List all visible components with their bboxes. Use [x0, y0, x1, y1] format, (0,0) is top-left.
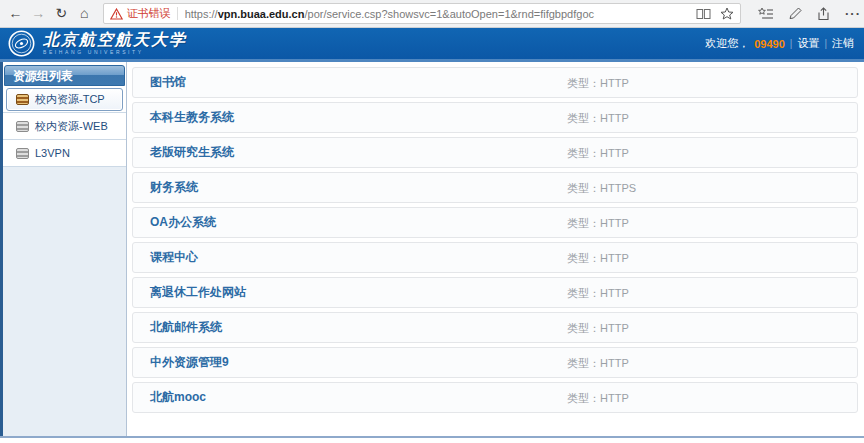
resource-row: 离退休工作处网站 类型：HTTP: [132, 277, 858, 308]
logout-link[interactable]: 注销: [832, 36, 854, 51]
resource-group-icon: [16, 121, 29, 132]
username: 09490: [754, 38, 785, 50]
resource-type-label: 类型：: [567, 392, 600, 404]
resource-type-value: HTTP: [600, 77, 629, 89]
resource-type-value: HTTP: [600, 217, 629, 229]
resource-link[interactable]: 课程中心: [150, 249, 198, 266]
sidebar-item-label: 校内资源-TCP: [35, 92, 105, 107]
resource-type-label: 类型：: [567, 322, 600, 334]
resource-type: 类型：HTTP: [567, 348, 629, 378]
resource-type-label: 类型：: [567, 112, 600, 124]
resource-type-label: 类型：: [567, 147, 600, 159]
resource-row: OA办公系统 类型：HTTP: [132, 207, 858, 238]
certificate-warning-icon[interactable]: [110, 8, 123, 20]
resource-link[interactable]: 财务系统: [150, 179, 198, 196]
sidebar-item[interactable]: L3VPN: [3, 140, 126, 167]
user-area: 欢迎您， 09490 | 设置 | 注销: [705, 36, 854, 51]
university-name-cn: 北京航空航天大学: [43, 32, 187, 49]
share-icon[interactable]: [813, 7, 835, 21]
resource-type-value: HTTPS: [600, 182, 636, 194]
resource-type-value: HTTP: [600, 112, 629, 124]
resource-type-value: HTTP: [600, 392, 629, 404]
resource-type: 类型：HTTP: [567, 383, 629, 413]
resource-type: 类型：HTTP: [567, 68, 629, 98]
resource-link[interactable]: 本科生教务系统: [150, 109, 234, 126]
resource-type-label: 类型：: [567, 252, 600, 264]
university-logo: [8, 30, 35, 57]
back-icon[interactable]: ←: [4, 0, 27, 27]
resource-type-value: HTTP: [600, 147, 629, 159]
resource-type-value: HTTP: [600, 287, 629, 299]
resource-group-icon: [16, 148, 29, 159]
sidebar-title: 资源组列表: [4, 65, 125, 86]
browser-actions: ···: [755, 6, 864, 21]
resource-type: 类型：HTTP: [567, 243, 629, 273]
university-name-block: 北京航空航天大学 BEIHANG UNIVERSITY: [43, 32, 187, 56]
resource-group-icon: [16, 94, 29, 105]
welcome-text: 欢迎您，: [705, 36, 749, 51]
address-bar[interactable]: 证书错误 https://vpn.buaa.edu.cn/por/service…: [103, 3, 741, 24]
resource-row: 财务系统 类型：HTTPS: [132, 172, 858, 203]
resource-type-value: HTTP: [600, 322, 629, 334]
resource-type-label: 类型：: [567, 217, 600, 229]
sidebar: 资源组列表 校内资源-TCP 校内资源-WEB L3VPN: [0, 62, 127, 436]
resource-type-value: HTTP: [600, 357, 629, 369]
resource-row: 本科生教务系统 类型：HTTP: [132, 102, 858, 133]
resource-type: 类型：HTTP: [567, 278, 629, 308]
sidebar-item-label: 校内资源-WEB: [35, 119, 108, 134]
url-text[interactable]: https://vpn.buaa.edu.cn/por/service.csp?…: [185, 8, 687, 20]
more-options-icon[interactable]: ···: [842, 6, 864, 21]
sidebar-item[interactable]: 校内资源-WEB: [3, 113, 126, 140]
resource-link[interactable]: 离退休工作处网站: [150, 284, 246, 301]
resource-type: 类型：HTTPS: [567, 173, 636, 203]
page-body: 资源组列表 校内资源-TCP 校内资源-WEB L3VPN 图书馆 类型：HTT…: [0, 62, 864, 436]
resource-type-label: 类型：: [567, 357, 600, 369]
favorites-hub-icon[interactable]: [755, 7, 777, 20]
sidebar-item-list: 校内资源-TCP 校内资源-WEB L3VPN: [3, 86, 126, 167]
browser-toolbar: ← → ↻ ⌂ 证书错误 https://vpn.buaa.edu.cn/por…: [0, 0, 864, 28]
resource-row: 图书馆 类型：HTTP: [132, 67, 858, 98]
home-icon[interactable]: ⌂: [73, 0, 96, 27]
resource-link[interactable]: 北航邮件系统: [150, 319, 222, 336]
address-bar-divider: [177, 7, 178, 20]
reading-view-icon[interactable]: [696, 8, 711, 20]
resource-list: 图书馆 类型：HTTP 本科生教务系统 类型：HTTP 老版研究生系统 类型：H…: [127, 62, 864, 436]
sidebar-item-label: L3VPN: [35, 147, 70, 159]
resource-type-label: 类型：: [567, 287, 600, 299]
resource-row: 北航mooc 类型：HTTP: [132, 382, 858, 413]
certificate-error-label[interactable]: 证书错误: [127, 6, 171, 21]
header-separator: |: [790, 38, 793, 49]
resource-link[interactable]: 中外资源管理9: [150, 354, 229, 371]
favorite-star-icon[interactable]: [720, 7, 734, 20]
screen: ← → ↻ ⌂ 证书错误 https://vpn.buaa.edu.cn/por…: [0, 0, 864, 443]
sidebar-item[interactable]: 校内资源-TCP: [3, 86, 126, 113]
settings-link[interactable]: 设置: [797, 36, 819, 51]
web-note-pen-icon[interactable]: [784, 7, 806, 20]
university-name-en: BEIHANG UNIVERSITY: [43, 49, 187, 55]
resource-link[interactable]: 老版研究生系统: [150, 144, 234, 161]
resource-row: 课程中心 类型：HTTP: [132, 242, 858, 273]
resource-type-label: 类型：: [567, 77, 600, 89]
resource-type-label: 类型：: [567, 182, 600, 194]
site-header: 北京航空航天大学 BEIHANG UNIVERSITY 欢迎您， 09490 |…: [0, 28, 864, 62]
resource-link[interactable]: 图书馆: [150, 74, 186, 91]
resource-row: 中外资源管理9 类型：HTTP: [132, 347, 858, 378]
sidebar-empty-area: [3, 167, 126, 436]
resource-type-value: HTTP: [600, 252, 629, 264]
resource-row: 老版研究生系统 类型：HTTP: [132, 137, 858, 168]
resource-link[interactable]: 北航mooc: [150, 389, 206, 406]
header-separator: |: [824, 38, 827, 49]
resource-type: 类型：HTTP: [567, 313, 629, 343]
resource-row: 北航邮件系统 类型：HTTP: [132, 312, 858, 343]
resource-link[interactable]: OA办公系统: [150, 214, 216, 231]
refresh-icon[interactable]: ↻: [50, 0, 73, 27]
forward-icon[interactable]: →: [27, 0, 50, 27]
resource-type: 类型：HTTP: [567, 208, 629, 238]
resource-type: 类型：HTTP: [567, 138, 629, 168]
resource-type: 类型：HTTP: [567, 103, 629, 133]
footer-divider: [0, 436, 864, 438]
